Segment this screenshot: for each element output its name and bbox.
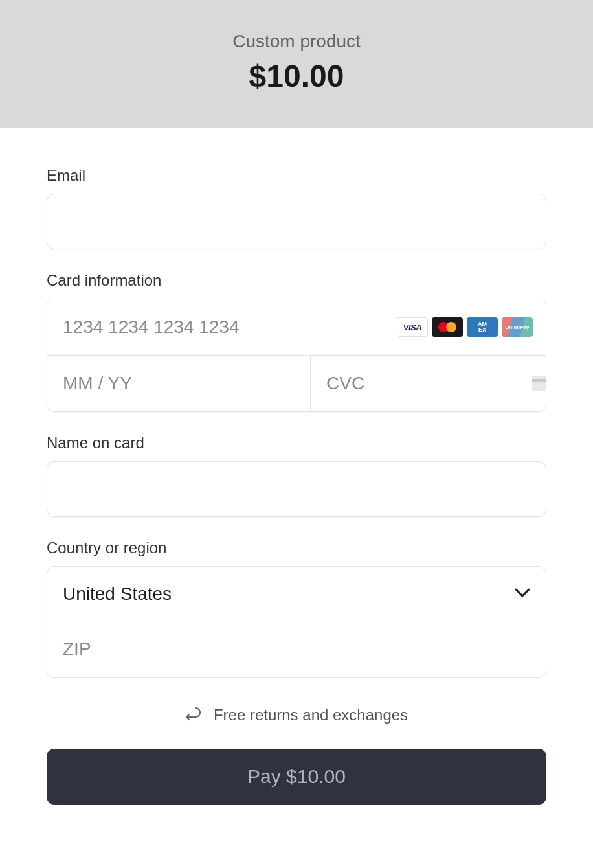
country-label: Country or region (47, 539, 546, 557)
cvc-wrapper: 135 (311, 356, 546, 411)
card-cvc-input[interactable] (311, 356, 546, 411)
country-container: United States (47, 566, 546, 678)
returns-text: Free returns and exchanges (214, 706, 408, 724)
name-input[interactable] (47, 461, 546, 517)
card-info-group: Card information VISA AMEX UnionPay (47, 271, 546, 412)
checkout-form: Email Card information VISA AMEX UnionPa… (0, 128, 593, 830)
country-group: Country or region United States (47, 539, 546, 678)
pay-button[interactable]: Pay $10.00 (47, 749, 546, 805)
card-brands: VISA AMEX UnionPay (397, 317, 533, 337)
product-name: Custom product (0, 31, 593, 52)
chevron-down-icon (515, 588, 530, 600)
svg-rect-1 (532, 379, 546, 382)
country-select[interactable]: United States (47, 567, 546, 621)
visa-icon: VISA (397, 317, 428, 337)
cvc-card-icon: 135 (532, 373, 546, 394)
card-number-row: VISA AMEX UnionPay (47, 299, 546, 356)
zip-input[interactable] (47, 621, 546, 677)
name-label: Name on card (47, 434, 546, 452)
name-group: Name on card (47, 434, 546, 517)
checkout-header: Custom product $10.00 (0, 0, 593, 128)
returns-row: Free returns and exchanges (47, 706, 546, 724)
card-row-split: 135 (47, 356, 546, 411)
email-label: Email (47, 166, 546, 185)
card-info-label: Card information (47, 271, 546, 290)
amex-icon: AMEX (467, 317, 498, 337)
svg-rect-0 (532, 376, 546, 391)
card-expiry-input[interactable] (47, 356, 311, 411)
unionpay-icon: UnionPay (502, 317, 533, 337)
product-price: $10.00 (0, 58, 593, 94)
email-input[interactable] (47, 194, 546, 249)
return-arrow-icon (185, 706, 202, 724)
email-group: Email (47, 166, 546, 249)
card-container: VISA AMEX UnionPay 135 (47, 299, 546, 412)
mastercard-icon (432, 317, 463, 337)
country-value: United States (63, 584, 172, 604)
